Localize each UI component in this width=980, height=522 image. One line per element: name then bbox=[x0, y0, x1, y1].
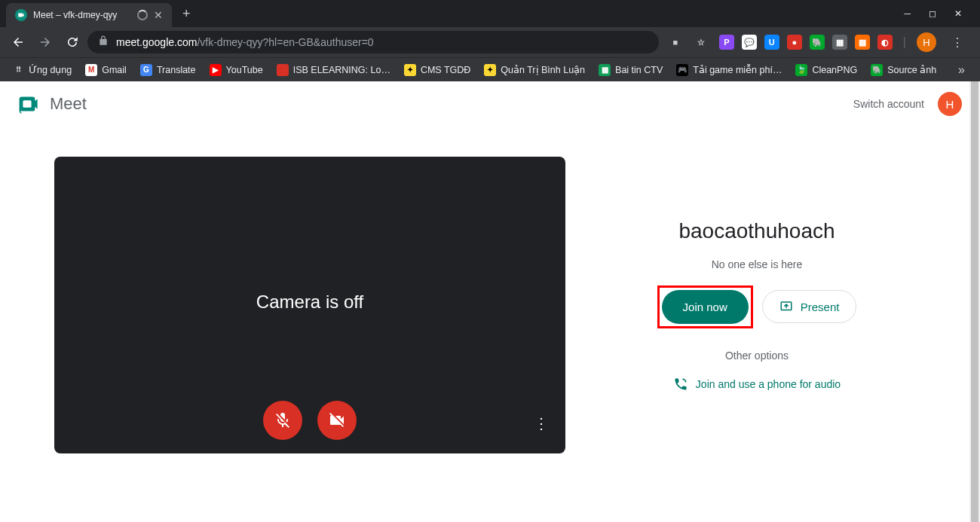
bookmark-item[interactable]: ⠿Ứng dụng bbox=[8, 64, 76, 76]
microphone-toggle-button[interactable] bbox=[263, 401, 302, 440]
present-icon bbox=[779, 300, 793, 313]
bookmarks-bar: ⠿Ứng dụngMGmailGTranslate▶YouTube ISB EL… bbox=[0, 57, 980, 81]
bookmark-icon: G bbox=[140, 64, 152, 76]
reload-button[interactable] bbox=[60, 30, 84, 54]
bookmark-icon: ✦ bbox=[484, 64, 496, 76]
bookmark-label: Gmail bbox=[102, 65, 127, 75]
join-panel: baocaothuhoach No one else is here Join … bbox=[588, 219, 926, 392]
extension-icon[interactable]: U bbox=[764, 35, 779, 50]
new-tab-button[interactable]: + bbox=[172, 6, 201, 22]
loading-spinner-icon bbox=[137, 10, 148, 20]
bookmark-item[interactable]: ▦Bai tin CTV bbox=[594, 64, 667, 76]
camera-indicator-icon[interactable]: ■ bbox=[668, 35, 683, 50]
bookmark-icon: 🎮 bbox=[676, 64, 688, 76]
maximize-icon[interactable]: ◻ bbox=[929, 8, 936, 19]
bookmark-star-icon[interactable]: ☆ bbox=[694, 35, 709, 50]
bookmark-label: Ứng dụng bbox=[29, 64, 72, 75]
camera-off-label: Camera is off bbox=[256, 292, 363, 313]
page-content: Meet Switch account H Camera is off ⋮ ba… bbox=[0, 81, 980, 522]
meet-favicon bbox=[15, 9, 27, 21]
lock-icon bbox=[98, 35, 109, 49]
extension-icon[interactable]: ▦ bbox=[855, 35, 870, 50]
close-window-icon[interactable]: ✕ bbox=[954, 8, 962, 19]
bookmarks-overflow-icon[interactable]: » bbox=[951, 63, 972, 77]
svg-rect-0 bbox=[23, 100, 31, 108]
bookmark-label: Tải game miễn phí… bbox=[693, 64, 782, 75]
switch-account-link[interactable]: Switch account bbox=[853, 98, 924, 110]
meeting-title: baocaothuhoach bbox=[678, 219, 835, 243]
tab-title: Meet – vfk-dmey-qyy bbox=[33, 10, 131, 20]
video-preview: Camera is off ⋮ bbox=[54, 157, 565, 453]
bookmark-item[interactable]: ✦CMS TGDĐ bbox=[400, 64, 475, 76]
bookmark-label: CMS TGDĐ bbox=[421, 65, 470, 75]
meet-product-name: Meet bbox=[50, 94, 87, 114]
presence-text: No one else is here bbox=[712, 258, 803, 270]
bookmark-item[interactable]: ▶YouTube bbox=[205, 64, 268, 76]
forward-button[interactable] bbox=[33, 30, 57, 54]
bookmark-item[interactable]: ✦Quản Trị Bình Luận bbox=[479, 64, 590, 76]
extension-icon[interactable]: ◐ bbox=[877, 35, 893, 50]
bookmark-item[interactable]: GTranslate bbox=[136, 64, 201, 76]
meet-logo-icon bbox=[18, 92, 42, 116]
address-bar: meet.google.com/vfk-dmey-qyy?hl=en-GB&au… bbox=[0, 27, 980, 57]
bookmark-icon: ⠿ bbox=[12, 64, 24, 76]
extension-icon[interactable]: P bbox=[719, 35, 734, 50]
tab-close-icon[interactable]: ✕ bbox=[154, 9, 163, 21]
bookmark-icon bbox=[277, 64, 289, 76]
window-controls: ─ ◻ ✕ bbox=[904, 8, 974, 19]
meet-logo[interactable]: Meet bbox=[18, 92, 87, 116]
bookmark-icon: M bbox=[85, 64, 97, 76]
back-button[interactable] bbox=[6, 30, 30, 54]
camera-toggle-button[interactable] bbox=[317, 401, 357, 440]
present-button[interactable]: Present bbox=[762, 290, 857, 323]
url-text: meet.google.com/vfk-dmey-qyy?hl=en-GB&au… bbox=[116, 36, 374, 48]
other-options-label: Other options bbox=[725, 350, 789, 362]
preview-more-icon[interactable]: ⋮ bbox=[534, 414, 550, 432]
extension-icon[interactable]: 💬 bbox=[742, 35, 757, 50]
highlight-box: Join now bbox=[657, 285, 753, 328]
tab-bar: Meet – vfk-dmey-qyy ✕ + ─ ◻ ✕ bbox=[0, 0, 980, 27]
join-now-button[interactable]: Join now bbox=[662, 290, 749, 324]
bookmark-item[interactable]: ISB ELEARNING: Lo… bbox=[272, 64, 395, 76]
bookmark-icon: ✦ bbox=[404, 64, 416, 76]
browser-profile-avatar[interactable]: H bbox=[917, 32, 936, 52]
bookmark-item[interactable]: 🐘Source ảnh bbox=[866, 64, 941, 76]
phone-icon bbox=[673, 377, 688, 392]
bookmark-label: Quản Trị Bình Luận bbox=[501, 64, 585, 75]
meet-header: Meet Switch account H bbox=[0, 81, 980, 127]
bookmark-label: Bai tin CTV bbox=[615, 65, 663, 75]
phone-audio-link[interactable]: Join and use a phone for audio bbox=[673, 377, 841, 392]
bookmark-label: Source ảnh bbox=[887, 64, 936, 75]
minimize-icon[interactable]: ─ bbox=[904, 8, 911, 19]
extension-icon[interactable]: ● bbox=[787, 35, 802, 50]
bookmark-icon: 🍃 bbox=[795, 64, 807, 76]
bookmark-label: YouTube bbox=[226, 65, 263, 75]
bookmark-label: Translate bbox=[157, 65, 196, 75]
bookmark-icon: ▶ bbox=[210, 64, 222, 76]
url-input[interactable]: meet.google.com/vfk-dmey-qyy?hl=en-GB&au… bbox=[87, 31, 659, 53]
vertical-scrollbar[interactable] bbox=[969, 81, 980, 522]
bookmark-item[interactable]: MGmail bbox=[81, 64, 131, 76]
extension-icon[interactable]: ▦ bbox=[832, 35, 847, 50]
browser-tab[interactable]: Meet – vfk-dmey-qyy ✕ bbox=[6, 3, 172, 27]
extension-icon[interactable]: 🐘 bbox=[810, 35, 825, 50]
bookmark-label: CleanPNG bbox=[812, 65, 857, 75]
bookmark-item[interactable]: 🍃CleanPNG bbox=[791, 64, 862, 76]
bookmark-item[interactable]: 🎮Tải game miễn phí… bbox=[672, 64, 786, 76]
bookmark-icon: ▦ bbox=[599, 64, 611, 76]
bookmark-label: ISB ELEARNING: Lo… bbox=[293, 65, 390, 75]
browser-menu-icon[interactable]: ⋮ bbox=[947, 35, 968, 50]
bookmark-icon: 🐘 bbox=[871, 64, 883, 76]
user-avatar[interactable]: H bbox=[938, 92, 962, 116]
